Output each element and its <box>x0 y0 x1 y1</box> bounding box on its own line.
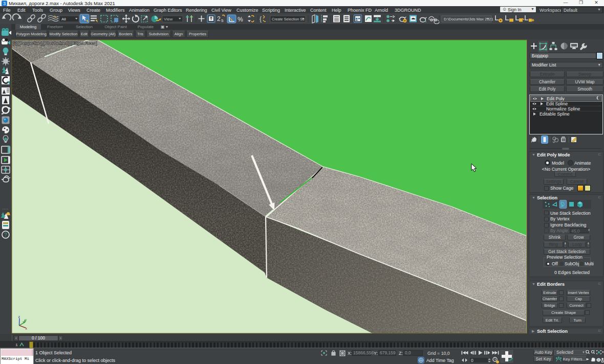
svg-text:x: x <box>26 327 28 330</box>
svg-text:2: 2 <box>217 15 221 22</box>
svg-text:View: View <box>164 17 172 21</box>
svg-text:%: % <box>238 16 243 23</box>
svg-text:?: ? <box>4 232 7 238</box>
svg-text:1: 1 <box>15 343 18 347</box>
svg-text:D:\Documents\3ds Max 2021: D:\Documents\3ds Max 2021 <box>444 17 493 21</box>
svg-text:{: { <box>260 15 262 22</box>
svg-text:5: 5 <box>221 18 224 23</box>
svg-text:Create Selection Se: Create Selection Se <box>272 17 305 21</box>
svg-text:[+] [ Perspective ] [ User Def: [+] [ Perspective ] [ User Defined ] [ E… <box>13 41 97 46</box>
svg-text:z: z <box>18 315 20 318</box>
svg-text:3: 3 <box>3 1 6 6</box>
svg-text:0: 0 <box>471 358 473 363</box>
svg-text:y: y <box>25 318 27 322</box>
svg-text:All: All <box>61 17 66 21</box>
